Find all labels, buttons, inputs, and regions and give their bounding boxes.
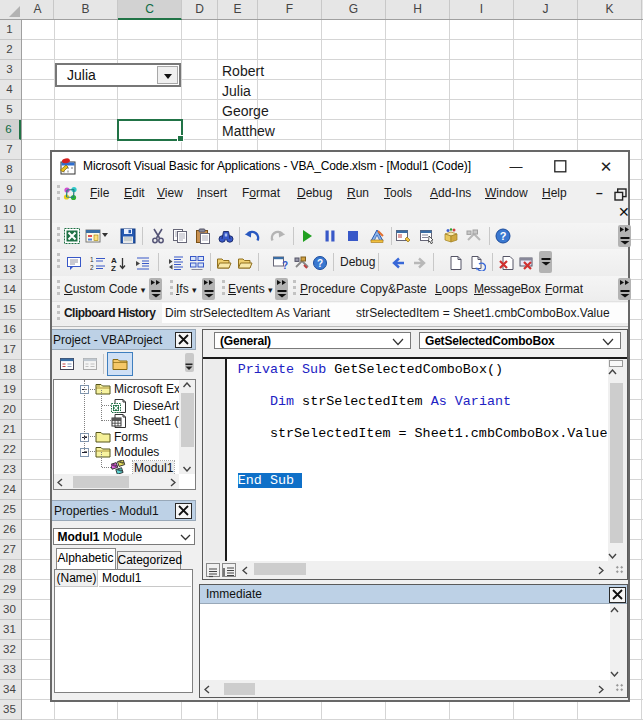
svg-text:1: 1 [90,256,94,263]
svg-text:?: ? [500,230,507,242]
svg-text:?: ? [317,258,323,269]
svg-text:2: 2 [90,264,94,271]
svg-text:Z: Z [111,264,116,271]
svg-text:?: ? [282,260,288,271]
